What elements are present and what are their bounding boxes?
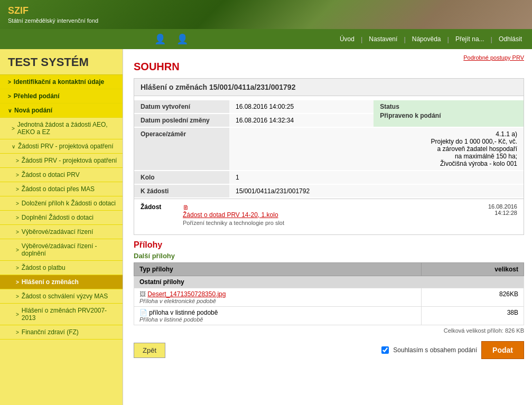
- sidebar-item-label: Jednotná žádost a žádosti AEO, AEKO a EZ: [17, 121, 117, 136]
- arrow-icon: >: [16, 172, 19, 178]
- sidebar-item-label: Doložení příloh k Žádosti o dotaci: [22, 200, 116, 207]
- sidebar-item-label: Nová podání: [14, 107, 52, 114]
- paper-icon: 📄: [139, 309, 147, 316]
- sidebar-item-platbu[interactable]: > Žádost o platbu: [0, 261, 123, 275]
- att-item-row: 🖼 Desert_1471350728350.jpg Příloha v ele…: [134, 288, 524, 307]
- nav-link-nastaveni[interactable]: Nastavení: [367, 35, 399, 43]
- arrow-icon: >: [16, 279, 19, 285]
- sidebar-item-label: Žádost o dotaci PRV: [22, 171, 80, 178]
- operace-value: 4.1.1 a) Projekty do 1 000 000,- Kč, vč.…: [229, 127, 524, 171]
- sidebar-item-dolozeni[interactable]: > Doložení příloh k Žádosti o dotaci: [0, 196, 123, 211]
- footer-row: Zpět Souhlasím s obsahem podání Podat: [134, 336, 524, 362]
- arrow-icon: >: [16, 229, 19, 235]
- sidebar-item-vyberove[interactable]: > Výběrové/zadávací řízení: [0, 225, 123, 239]
- status-label: Status: [380, 103, 517, 110]
- user-icon-2[interactable]: 👤: [176, 33, 188, 45]
- sidebar-item-hlaseni[interactable]: > Hlášení o změnách: [0, 275, 123, 289]
- datum-vytvoreni-label: Datum vytvoření: [134, 100, 229, 114]
- att-col-velikost: velikost: [422, 263, 524, 276]
- table-row: Datum vytvoření 16.08.2016 14:00:25 Stat…: [134, 100, 524, 114]
- att-item-name: příloha v listinné podobě: [149, 309, 218, 316]
- sidebar-item-hlaseni-prv[interactable]: > Hlášení o změnách PRV2007-2013: [0, 304, 123, 325]
- header-nav-links: Úvod | Nastavení | Nápověda | Přejít na.…: [338, 35, 524, 43]
- sidebar-item-label: Žádost o schválení výzvy MAS: [22, 293, 108, 300]
- prilohy-title: Přílohy: [134, 240, 524, 250]
- sidebar-item-vyberove-doplneni[interactable]: > Výběrové/zadávací řízení - doplnění: [0, 239, 123, 261]
- sidebar-item-schvaleni-mas[interactable]: > Žádost o schválení výzvy MAS: [0, 289, 123, 304]
- detail-link[interactable]: Podrobné postupy PRV: [463, 54, 524, 61]
- nav-link-prejit[interactable]: Přejít na...: [453, 35, 487, 43]
- kzadosti-label: K žádosti: [134, 184, 229, 198]
- zadost-link[interactable]: Žádost o dotad PRV 14-20, 1.kolo: [183, 211, 483, 219]
- nav-link-napoveda[interactable]: Nápověda: [410, 35, 443, 43]
- arrow-icon: >: [16, 215, 19, 221]
- podat-button[interactable]: Podat: [481, 341, 524, 359]
- sidebar-item-label: Žádosti PRV - projektová opatření: [22, 157, 117, 164]
- arrow-icon: >: [16, 186, 19, 192]
- sidebar-item-zadosti-prv-group[interactable]: ∨ Žádosti PRV - projektová opatření: [0, 139, 123, 154]
- nav-icons: 👤 👤: [8, 33, 335, 45]
- sidebar-item-label: Výběrové/zadávací řízení - doplnění: [22, 242, 117, 257]
- arrow-icon: >: [16, 294, 19, 299]
- zadost-content: 🗎 Žádost o dotad PRV 14-20, 1.kolo Poříz…: [183, 203, 483, 226]
- arrow-icon: >: [16, 247, 19, 253]
- sidebar-item-doplneni[interactable]: > Doplnění Žádosti o dotaci: [0, 211, 123, 225]
- sidebar-item-label: Žádosti PRV - projektová opatření: [18, 143, 114, 150]
- sidebar-item-label: Hlášení o změnách: [22, 278, 79, 286]
- sidebar-item-label: Žádost o platbu: [22, 264, 66, 271]
- zpet-button[interactable]: Zpět: [134, 343, 165, 358]
- logo-main: SZIF: [8, 5, 98, 16]
- page-title: SOUHRN: [134, 61, 524, 73]
- card-body: Datum vytvoření 16.08.2016 14:00:25 Stat…: [134, 96, 524, 234]
- user-icon-1[interactable]: 👤: [154, 33, 166, 45]
- main-content: Podrobné postupy PRV SOUHRN Hlášení o zm…: [123, 49, 532, 405]
- arrow-icon: >: [12, 126, 15, 131]
- att-col-typ: Typ přílohy: [134, 263, 422, 276]
- kolo-label: Kolo: [134, 171, 229, 184]
- att-item-size: 38B: [422, 307, 524, 325]
- total-size: Celková velikost příloh: 826 KB: [134, 325, 524, 336]
- nav-link-uvod[interactable]: Úvod: [338, 35, 357, 43]
- info-table: Datum vytvoření 16.08.2016 14:00:25 Stat…: [134, 100, 524, 199]
- status-value: Připraveno k podání: [380, 112, 441, 119]
- sidebar-item-label: Hlášení o změnách PRV2007-2013: [22, 307, 117, 322]
- table-row: Kolo 1: [134, 171, 524, 184]
- souhlas-checkbox[interactable]: [381, 346, 389, 354]
- att-item-desc: Příloha v listinné podobě: [139, 316, 416, 323]
- arrow-icon: >: [16, 329, 19, 335]
- att-item-size: 826KB: [422, 288, 524, 307]
- sidebar-item-zadosti-prv[interactable]: > Žádosti PRV - projektová opatření: [0, 154, 123, 168]
- attachment-table: Typ přílohy velikost Ostatní přílohy 🖼 D…: [134, 262, 524, 325]
- nav-link-odhlasit[interactable]: Odhlásit: [497, 35, 524, 43]
- operace-label: Operace/záměr: [134, 127, 229, 171]
- footer-right: Souhlasím s obsahem podání Podat: [381, 341, 524, 359]
- table-row: K žádosti 15/001/0411a/231/001792: [134, 184, 524, 198]
- sidebar-item-zadost-dotaci[interactable]: > Žádost o dotaci PRV: [0, 168, 123, 182]
- souhlas-label: Souhlasím s obsahem podání: [393, 346, 477, 354]
- datum-zmeny-value: 16.08.2016 14:32:34: [229, 114, 374, 127]
- att-item-link[interactable]: Desert_1471350728350.jpg: [147, 290, 226, 298]
- arrow-icon: >: [16, 158, 19, 164]
- arrow-icon: >: [8, 79, 11, 85]
- sidebar-item-zadost-mas[interactable]: > Žádost o dotaci přes MAS: [0, 182, 123, 196]
- sidebar-item-jednotna[interactable]: > Jednotná žádost a žádosti AEO, AEKO a …: [0, 118, 123, 139]
- kolo-value: 1: [229, 171, 524, 184]
- kzadosti-value: 15/001/0411a/231/001792: [229, 184, 524, 198]
- datum-vytvoreni-value: 16.08.2016 14:00:25: [229, 100, 374, 114]
- arrow-icon: ∨: [12, 144, 15, 149]
- total-size-label: Celková velikost příloh:: [444, 327, 503, 334]
- status-cell: Status Připraveno k podání: [374, 100, 524, 127]
- arrow-icon: ∨: [8, 108, 12, 114]
- sidebar-item-label: Žádost o dotaci přes MAS: [22, 185, 95, 193]
- sidebar-item-identifikace[interactable]: > Identifikační a kontaktní údaje: [0, 75, 123, 89]
- pdf-icon: 🗎: [183, 204, 189, 211]
- zadost-label: Žádost: [141, 203, 183, 211]
- header-nav: 👤 👤 Úvod | Nastavení | Nápověda | Přejít…: [0, 29, 532, 49]
- arrow-icon: >: [16, 265, 19, 271]
- arrow-icon: >: [16, 201, 19, 206]
- sidebar-item-financni[interactable]: > Finanční zdraví (FZ): [0, 325, 123, 340]
- sidebar-item-label: Finanční zdraví (FZ): [22, 328, 79, 336]
- sidebar-item-prehled[interactable]: > Přehled podání: [0, 89, 123, 103]
- sidebar-title: TEST SYSTÉM: [0, 49, 123, 75]
- sidebar-item-nova[interactable]: ∨ Nová podání: [0, 103, 123, 118]
